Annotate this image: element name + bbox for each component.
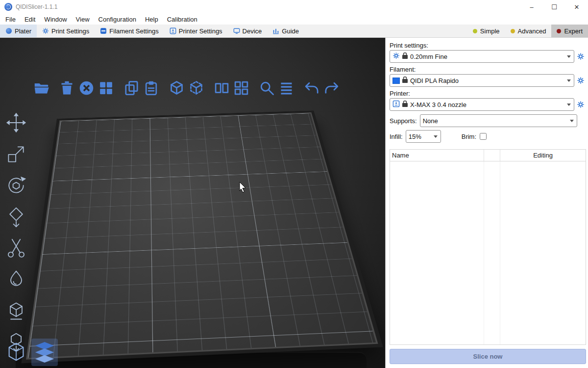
open-icon[interactable] (31, 78, 51, 98)
view-toggle-bar (3, 339, 58, 366)
menu-edit[interactable]: Edit (20, 15, 40, 24)
rotate-tool-icon[interactable] (3, 173, 29, 198)
menu-bar: File Edit Window View Configuration Help… (0, 14, 588, 25)
print-settings-label: Print settings: (390, 42, 586, 49)
gear-icon (392, 52, 400, 61)
filament-gear-button[interactable] (575, 77, 586, 84)
menu-file[interactable]: File (1, 15, 20, 24)
filament-icon (100, 27, 107, 34)
tab-printer-settings[interactable]: Printer Settings (164, 25, 228, 37)
split-to-parts-icon[interactable] (231, 78, 251, 98)
paste-icon[interactable] (141, 78, 161, 98)
menu-window[interactable]: Window (40, 15, 71, 24)
lock-icon (402, 77, 408, 84)
printer-select[interactable]: X-MAX 3 0.4 nozzle (390, 98, 574, 111)
print-settings-gear-button[interactable] (575, 53, 586, 60)
chevron-down-icon (567, 104, 571, 106)
lock-icon (402, 53, 408, 60)
object-list-header: Name Editing (390, 150, 586, 161)
lock-icon (402, 101, 408, 108)
infill-value: 15% (409, 133, 431, 140)
move-tool-icon[interactable] (3, 110, 29, 135)
menu-configuration[interactable]: Configuration (94, 15, 141, 24)
filament-color-swatch (392, 78, 400, 84)
undo-icon[interactable] (302, 78, 321, 98)
print-settings-value: 0.20mm Fine (410, 53, 564, 60)
tab-device[interactable]: Device (228, 25, 268, 37)
mouse-cursor (239, 182, 247, 195)
tab-plater[interactable]: Plater (0, 25, 37, 37)
delete-all-icon[interactable] (76, 78, 96, 98)
column-name: Name (390, 152, 484, 159)
column-editing: Editing (500, 150, 586, 161)
infill-select[interactable]: 15% (406, 130, 441, 143)
title-bar: QIDISlicer-1.1.1 – ☐ ✕ (0, 0, 588, 14)
chevron-down-icon (434, 135, 438, 138)
add-instance-icon[interactable] (167, 78, 186, 98)
window-controls: – ☐ ✕ (520, 0, 588, 14)
3d-editor-view-icon[interactable] (3, 339, 29, 366)
object-list-body (390, 161, 586, 344)
filament-value: QIDI PLA Rapido (410, 77, 564, 84)
scale-tool-icon[interactable] (3, 142, 29, 166)
expert-dot-icon (557, 29, 561, 33)
seam-painting-tool-icon[interactable] (3, 267, 29, 292)
mode-advanced[interactable]: Advanced (505, 25, 552, 37)
supports-label: Supports: (390, 117, 417, 125)
supports-select[interactable]: None (420, 114, 577, 127)
gear-icon (42, 27, 49, 34)
printer-value: X-MAX 3 0.4 nozzle (410, 101, 564, 108)
menu-calibration[interactable]: Calibration (163, 15, 202, 24)
preview-view-icon[interactable] (31, 339, 58, 366)
filament-label: Filament: (390, 66, 586, 73)
3d-viewport[interactable] (0, 38, 385, 368)
arrange-icon[interactable] (96, 78, 116, 98)
app-logo-icon (4, 3, 12, 11)
tab-guide[interactable]: Guide (267, 25, 304, 37)
printer-gear-button[interactable] (575, 101, 586, 108)
app-window: QIDISlicer-1.1.1 – ☐ ✕ File Edit Window … (0, 0, 588, 368)
plater-toolbar (31, 78, 341, 98)
brim-checkbox[interactable] (480, 133, 487, 140)
mode-simple[interactable]: Simple (467, 25, 505, 37)
supports-value: None (423, 117, 567, 125)
tab-print-settings[interactable]: Print Settings (37, 25, 95, 37)
advanced-dot-icon (511, 29, 515, 33)
chevron-down-icon (567, 55, 571, 58)
tab-filament-settings[interactable]: Filament Settings (95, 25, 164, 37)
mode-expert[interactable]: Expert (551, 25, 588, 37)
slice-now-button[interactable]: Slice now (390, 349, 586, 364)
cut-tool-icon[interactable] (3, 236, 29, 261)
chevron-down-icon (567, 79, 571, 82)
search-icon[interactable] (257, 78, 276, 98)
printer-label: Printer: (390, 90, 586, 97)
tab-bar: Plater Print Settings Filament Settings … (0, 25, 588, 38)
device-icon (233, 27, 240, 34)
split-to-objects-icon[interactable] (212, 78, 231, 98)
copy-icon[interactable] (122, 78, 141, 98)
print-settings-select[interactable]: 0.20mm Fine (390, 50, 574, 63)
place-on-face-tool-icon[interactable] (3, 205, 29, 229)
window-title: QIDISlicer-1.1.1 (16, 3, 57, 10)
brim-label: Brim: (462, 133, 476, 140)
minimize-button[interactable]: – (520, 0, 543, 14)
menu-help[interactable]: Help (141, 15, 163, 24)
column-spacer (484, 150, 500, 161)
infill-label: Infill: (390, 133, 403, 140)
printer-icon (170, 27, 176, 34)
main-area: Print settings: 0.20mm Fine Filament: (0, 38, 588, 368)
delete-icon[interactable] (57, 78, 76, 98)
chevron-down-icon (570, 120, 574, 122)
variable-layer-height-icon[interactable] (276, 78, 296, 98)
redo-icon[interactable] (321, 78, 341, 98)
guide-icon (272, 27, 279, 34)
object-list[interactable]: Name Editing (390, 149, 586, 345)
close-button[interactable]: ✕ (565, 0, 588, 14)
remove-instance-icon[interactable] (186, 78, 206, 98)
print-bed (26, 112, 378, 360)
paint-on-supports-tool-icon[interactable] (3, 299, 29, 323)
menu-view[interactable]: View (72, 15, 94, 24)
simple-dot-icon (473, 29, 477, 33)
filament-select[interactable]: QIDI PLA Rapido (390, 74, 574, 87)
maximize-button[interactable]: ☐ (543, 0, 565, 14)
